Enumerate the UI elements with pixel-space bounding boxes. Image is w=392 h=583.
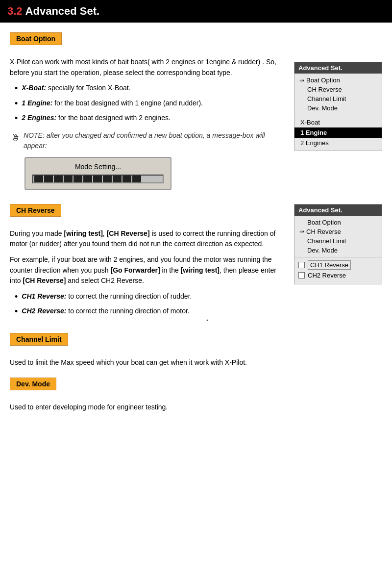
menu2-item-boat-option[interactable]: Boat Option [294,218,382,227]
advanced-panel-2-header: Advanced Set. [294,204,382,216]
ch2-checkbox[interactable] [298,272,305,279]
dev-mode-section: Dev. Mode Used to enter developing mode … [10,378,382,413]
ch1-checkbox[interactable] [298,262,305,268]
ch2-reverse-label: CH2 Reverse [308,272,346,279]
seg5 [74,176,82,182]
seg1 [34,176,43,182]
progress-bar-segments [34,176,141,182]
mode-setting-title: Mode Setting... [32,163,164,171]
advanced-panel-box-1: Advanced Set. ⇒ Boat Option CH Reverse C… [294,62,382,151]
arrow-icon: ⇒ [299,77,304,84]
menu2-item-dev-mode[interactable]: Dev. Mode [294,246,382,255]
bullet-xboat: X-Boat: specially for Toslon X-Boat. [15,83,284,94]
note-text: NOTE: after you changed and confirmed a … [24,130,284,151]
advanced-panel-2-menu: Boat Option ⇒ CH Reverse Channel Limit D… [294,216,382,257]
page-header: 3.2 Advanced Set. [0,0,392,23]
menu-item-label: Dev. Mode [307,104,338,112]
ch1-reverse-label: CH1 Reverse [308,260,351,270]
seg2 [44,176,53,182]
menu-item-boat-option[interactable]: ⇒ Boat Option [294,76,382,85]
channel-limit-badge: Channel Limit [10,333,68,346]
seg4 [64,176,73,182]
boat-option-badge-wrapper: Boat Option [10,32,284,51]
ch-reverse-options: CH1 Reverse CH2 Reverse [294,257,382,284]
section-number: 3.2 [7,5,23,18]
dot-separator: . [206,312,284,323]
advanced-panel-1: Advanced Set. ⇒ Boat Option CH Reverse C… [294,62,382,151]
wiring-test-ref1: [wiring test] [64,229,103,237]
boat-option-badge: Boat Option [10,32,62,45]
ch-reverse-section: CH Reverse During you made [wiring test]… [10,204,382,323]
bullet-ch1reverse: CH1 Reverse: to correct the running dire… [15,291,284,303]
ch-reverse-ref: [CH Reverse] [107,229,150,237]
advanced-panel-2: Advanced Set. Boat Option ⇒ CH Reverse C… [294,204,382,284]
option-2engines[interactable]: 2 Engines [294,138,382,148]
boat-option-section: Boat Option X-Pilot can work with most k… [10,32,382,195]
progress-bar [32,175,164,183]
note-box: 🖰 NOTE: after you changed and confirmed … [10,130,284,151]
seg11 [132,176,141,182]
wiring-test-ref2: [wiring test] [181,266,220,274]
ch-reverse-para1: During you made [wiring test], [CH Rever… [10,228,284,250]
menu-item-dev-mode[interactable]: Dev. Mode [294,103,382,113]
bullet-ch2-desc: to correct the running direction of moto… [66,307,189,315]
channel-limit-section: Channel Limit Used to limit the Max spee… [10,333,382,368]
bullet-1engine-desc: for the boat designed with 1 engine (and… [52,99,203,107]
ch-reverse-badge: CH Reverse [10,204,61,217]
ch1-reverse-option[interactable]: CH1 Reverse [298,260,378,270]
dev-mode-para: Used to enter developing mode for engine… [10,402,382,413]
note-icon: 🖰 [10,130,20,145]
seg3 [54,176,63,182]
ch-reverse-text: CH Reverse During you made [wiring test]… [10,204,284,323]
seg7 [93,176,102,182]
mode-setting-dialog: Mode Setting... [24,157,172,190]
advanced-panel-1-menu: ⇒ Boat Option CH Reverse Channel Limit D… [294,74,382,115]
boat-option-bullets: X-Boat: specially for Toslon X-Boat. 1 E… [15,83,284,124]
menu2-item-ch-reverse[interactable]: ⇒ CH Reverse [294,227,382,236]
menu-item-label: Channel Limit [307,237,346,245]
bullet-ch1-desc: to correct the running direction of rudd… [66,292,192,300]
seg6 [83,176,92,182]
ch2-reverse-option[interactable]: CH2 Reverse [298,272,378,279]
bullet-2engines-desc: for the boat designed with 2 engines. [56,114,171,122]
bullet-2engines: 2 Engines: for the boat designed with 2 … [15,113,284,124]
ch-reverse-badge-wrapper: CH Reverse [10,204,284,223]
menu-item-label: Dev. Mode [307,247,338,254]
option-xboat[interactable]: X-Boat [294,117,382,127]
boat-option-intro: X-Pilot can work with most kinds of bait… [10,57,284,78]
menu-item-channel-limit[interactable]: Channel Limit [294,94,382,103]
bullet-1engine: 1 Engine: for the boat designed with 1 e… [15,98,284,109]
boat-option-text: Boat Option X-Pilot can work with most k… [10,32,284,195]
menu2-item-channel-limit[interactable]: Channel Limit [294,236,382,246]
channel-limit-para: Used to limit the Max speed which your b… [10,357,382,368]
bullet-xboat-desc: specially for Toslon X-Boat. [46,84,131,92]
option-1engine[interactable]: 1 Engine [294,127,382,138]
bullet-2engines-label: 2 Engines: [22,114,56,122]
seg10 [122,176,131,182]
dev-mode-badge: Dev. Mode [10,378,56,390]
menu-item-label: CH Reverse [307,86,342,93]
ch-reverse-para2: For example, if your boat are with 2 eng… [10,254,284,286]
dev-mode-badge-wrapper: Dev. Mode [10,378,382,396]
seg8 [103,176,112,182]
advanced-panel-1-options: X-Boat 1 Engine 2 Engines [294,115,382,150]
ch-reverse-ref2: [CH Reverse] [23,277,66,284]
seg9 [113,176,122,182]
menu-item-label: Boat Option [307,219,341,226]
menu-item-label: CH Reverse [306,228,341,235]
bullet-xboat-label: X-Boat: [22,84,46,92]
menu-item-ch-reverse[interactable]: CH Reverse [294,85,382,94]
channel-limit-badge-wrapper: Channel Limit [10,333,382,352]
bullet-ch2-label: CH2 Reverse: [22,307,66,315]
page-title: Advanced Set. [25,5,100,18]
go-forwarder-ref: [Go Forwarder] [110,266,160,274]
bullet-1engine-label: 1 Engine: [22,99,52,107]
advanced-panel-1-header: Advanced Set. [294,62,382,74]
advanced-panel-box-2: Advanced Set. Boat Option ⇒ CH Reverse C… [294,204,382,284]
menu-item-label: Channel Limit [307,95,346,102]
menu-item-label: Boat Option [306,76,340,84]
bullet-ch1-label: CH1 Reverse: [22,292,66,300]
arrow-icon-2: ⇒ [299,228,304,235]
main-content: Boat Option X-Pilot can work with most k… [0,23,392,432]
